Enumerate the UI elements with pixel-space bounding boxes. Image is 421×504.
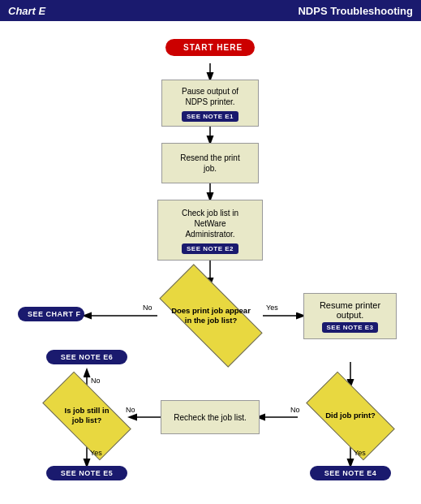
no-label-diamond3-top: No	[91, 377, 101, 385]
resend-print-box: Resend the printjob.	[161, 143, 259, 183]
see-chart-f-button[interactable]: SEE CHART F	[18, 307, 84, 321]
flowchart-area: START HERE Pause output ofNDPS printer. …	[0, 21, 421, 504]
no-label-diamond1: No	[143, 304, 153, 312]
yes-label-diamond3: Yes	[90, 449, 102, 457]
recheck-box: Recheck the job list.	[161, 400, 260, 434]
pause-output-box: Pause output ofNDPS printer. SEE NOTE E1	[161, 80, 259, 127]
yes-label-diamond1: Yes	[266, 304, 278, 312]
no-label-diamond2: No	[290, 406, 300, 414]
chart-title: Chart E	[8, 5, 45, 17]
page-subtitle: NDPS Troubleshooting	[298, 5, 413, 17]
job-still-in-list-diamond: Is job still injob list?	[38, 386, 135, 445]
start-node: START HERE	[165, 39, 255, 56]
print-job-appear-diamond: Does print job appearin the job list?	[138, 283, 284, 348]
see-note-e6-button[interactable]: SEE NOTE E6	[46, 350, 127, 364]
check-job-list-box: Check job list inNetWareAdministrator. S…	[157, 200, 263, 261]
no-label-diamond3: No	[126, 406, 135, 414]
header: Chart E NDPS Troubleshooting	[0, 0, 421, 21]
yes-label-diamond2: Yes	[354, 449, 366, 457]
resume-printer-box: Resume printeroutput. SEE NOTE E3	[303, 293, 397, 339]
see-note-e4-button[interactable]: SEE NOTE E4	[310, 466, 391, 480]
did-job-print-diamond: Did job print?	[298, 386, 403, 445]
see-note-e5-button[interactable]: SEE NOTE E5	[46, 466, 127, 480]
